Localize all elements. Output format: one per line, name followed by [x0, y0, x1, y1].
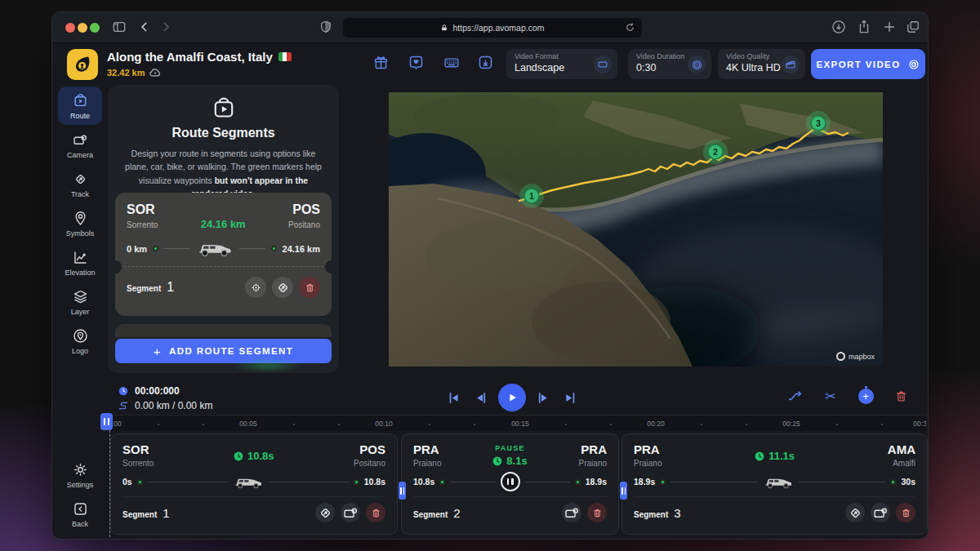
downloads-icon[interactable] — [831, 19, 847, 35]
segment-label: Segment — [413, 510, 448, 519]
sidebar-item-track[interactable]: Track — [58, 165, 102, 203]
track-icon[interactable] — [845, 503, 865, 522]
green-glow — [230, 361, 304, 371]
page-title: Along the Amalfi Coast, Italy — [107, 50, 292, 64]
segment-duration-block: 10.8s — [234, 442, 274, 468]
segment-name: Segment 1 — [127, 280, 174, 295]
sidebar-item-label: Logo — [72, 347, 88, 355]
map-attribution[interactable]: mapbox — [836, 352, 875, 361]
keyboard-icon[interactable] — [443, 54, 461, 71]
back-nav-icon[interactable] — [136, 19, 153, 35]
step-back-button[interactable] — [471, 389, 490, 407]
avomap-logo[interactable] — [67, 49, 98, 80]
timeline-segment-card[interactable]: SORSorrento10.8sPOSPositano0s10.8sSegmen… — [110, 433, 398, 535]
cut-icon[interactable]: ✂ — [822, 387, 840, 405]
trash-icon[interactable] — [587, 503, 607, 522]
segment-range-slider[interactable]: 0 km 24.16 km — [127, 240, 320, 257]
map-viewport[interactable]: 123 mapbox — [389, 92, 883, 367]
tab-overview-icon[interactable] — [905, 19, 921, 35]
sidebar-toggle-icon[interactable] — [111, 19, 127, 35]
playhead-handle[interactable] — [100, 413, 113, 430]
step-forward-button[interactable] — [534, 389, 553, 407]
shield-icon[interactable] — [318, 20, 333, 34]
range-dot-start[interactable] — [137, 479, 143, 485]
video-quality-control[interactable]: Video Quality 4K Ultra HD — [718, 49, 805, 79]
track-icon[interactable] — [272, 277, 293, 298]
segment-divider-handle[interactable] — [620, 482, 627, 500]
range-dot-start[interactable] — [153, 246, 158, 251]
timeline-segment-card[interactable]: PRAPraiano11.1sAMAAmalfi18.9s30sSegment3 — [621, 433, 928, 535]
segment-controls — [245, 277, 320, 298]
gift-icon[interactable] — [372, 54, 390, 71]
trash-icon[interactable] — [299, 277, 320, 298]
range-dot-end[interactable] — [575, 479, 581, 485]
segment-duration-text: 8.1s — [506, 455, 527, 467]
range-dot-end[interactable] — [890, 479, 896, 485]
range-end: 10.8s — [364, 477, 385, 487]
heart-chat-icon[interactable] — [408, 54, 425, 71]
video-format-control[interactable]: Video Format Landscape — [506, 49, 617, 79]
range-dot-start[interactable] — [439, 479, 445, 485]
segment-number: 3 — [674, 506, 680, 520]
delete-icon[interactable] — [892, 387, 910, 405]
origin-city: Praiano — [634, 459, 662, 468]
segment-divider-handle[interactable] — [399, 482, 406, 500]
sidebar-item-settings[interactable]: Settings — [58, 455, 102, 494]
download-box-icon[interactable] — [477, 54, 494, 71]
sidebar-item-layer[interactable]: Layer — [58, 282, 102, 321]
play-timer-icon — [688, 56, 706, 73]
maximize-window-button[interactable] — [90, 23, 100, 33]
minimize-window-button[interactable] — [78, 23, 87, 33]
sidebar-bottom-group: SettingsBack — [58, 455, 102, 534]
car-icon[interactable] — [196, 240, 234, 257]
trash-icon[interactable] — [366, 503, 385, 522]
sidebar-item-back[interactable]: Back — [58, 495, 102, 533]
skip-start-button[interactable] — [444, 389, 463, 407]
skip-end-button[interactable] — [561, 389, 580, 407]
add-route-segment-button[interactable]: + ADD ROUTE SEGMENT — [115, 339, 332, 363]
pause-icon[interactable] — [501, 472, 520, 491]
sidebar-item-camera[interactable]: Camera — [58, 126, 102, 164]
segment-controls — [562, 503, 607, 522]
trash-icon[interactable] — [896, 503, 915, 522]
play-button[interactable] — [498, 384, 526, 411]
route-segment-card[interactable]: SOR Sorrento 24.16 km POS Positano 0 km — [115, 193, 332, 316]
origin-city: Praiano — [413, 459, 441, 468]
timeline-segment-card[interactable]: PRAPraianoPAUSE8.1sPRAPraiano10.8s18.9sS… — [401, 433, 619, 535]
sidebar-item-elevation[interactable]: Elevation — [58, 243, 102, 282]
current-time: 00:00:000 — [135, 385, 180, 397]
video-duration-control[interactable]: Video Duration 0:30 — [628, 49, 711, 79]
focus-icon[interactable] — [245, 277, 266, 298]
sidebar-item-symbols[interactable]: Symbols — [58, 204, 102, 242]
sidebar-item-logo[interactable]: Logo — [58, 322, 102, 360]
new-tab-icon[interactable] — [881, 19, 898, 35]
reload-icon[interactable] — [625, 22, 635, 33]
segment-range-slider[interactable]: 10.8s18.9s — [413, 473, 607, 491]
camera-icon[interactable] — [871, 503, 890, 522]
ruler-tick: 00:10 — [375, 420, 392, 428]
next-segment-card-partial[interactable] — [115, 324, 332, 337]
range-dot-end[interactable] — [354, 479, 359, 485]
range-dot-end[interactable] — [271, 246, 277, 251]
forward-nav-icon[interactable] — [158, 19, 174, 35]
close-window-button[interactable] — [65, 23, 75, 33]
merge-icon[interactable] — [786, 387, 804, 405]
waypoint-number: 1 — [529, 192, 534, 201]
segment-range-slider[interactable]: 0s10.8s — [122, 473, 385, 491]
segment-origin: PRAPraiano — [413, 442, 441, 468]
export-video-button[interactable]: EXPORT VIDEO — [811, 49, 925, 79]
camera-icon[interactable] — [341, 503, 360, 522]
sidebar-item-route[interactable]: Route — [58, 87, 102, 125]
add-time-icon[interactable]: + — [857, 387, 875, 405]
segment-range-slider[interactable]: 18.9s30s — [634, 473, 915, 491]
sidebar-item-label: Back — [72, 520, 88, 528]
url-bar[interactable]: https://app.avomap.com — [343, 18, 642, 38]
track-icon[interactable] — [315, 503, 335, 522]
range-dot-start[interactable] — [660, 479, 666, 485]
timeline-ruler[interactable]: 00:0000:0500:1000:1500:2000:2500:30 — [108, 415, 926, 431]
car-icon[interactable] — [233, 475, 264, 489]
share-icon[interactable] — [856, 19, 872, 35]
car-icon[interactable] — [763, 475, 794, 489]
panel-title: Route Segments — [108, 126, 339, 140]
camera-icon[interactable] — [562, 503, 581, 522]
